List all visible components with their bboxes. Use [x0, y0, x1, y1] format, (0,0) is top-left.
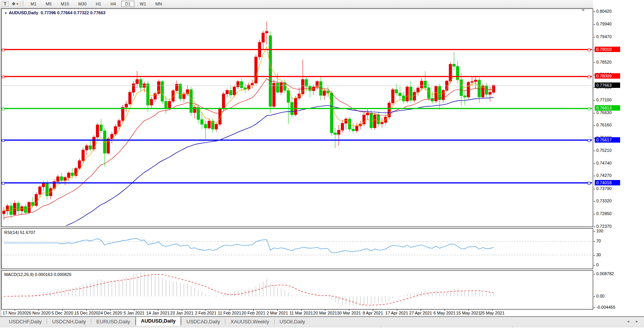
candle	[424, 81, 427, 87]
candle	[86, 146, 88, 150]
price-axis[interactable]: 0.790100.780090.768130.756170.740180.804…	[593, 0, 644, 316]
macd-tick-label: 0.00	[596, 294, 604, 298]
rsi-pane[interactable]: RSI(14) 51.6707	[1, 228, 593, 269]
chart-shift-marker-icon[interactable]	[582, 9, 585, 12]
tab-scroll-right-icon[interactable]: ►	[635, 320, 639, 323]
tab-usoil-daily[interactable]: USOil,Daily	[275, 318, 310, 326]
hline-price-label: 0.76813	[595, 105, 620, 111]
line-anchor[interactable]	[2, 76, 5, 78]
candle	[172, 91, 174, 101]
strip-separator	[295, 326, 295, 328]
date-label: 20 Mar 2021	[313, 311, 337, 315]
timeframe-button-w1[interactable]: W1	[136, 1, 150, 7]
tab-xauusd-weekly[interactable]: XAUUSD,Weekly	[225, 318, 274, 326]
price-tick-label: 0.74740	[596, 161, 612, 165]
chart-title: ▼AUDUSD,Daily 0.77396 0.77664 0.77322 0.…	[4, 10, 106, 15]
tab-usdcnh-daily[interactable]: USDCNH,Daily	[47, 318, 91, 326]
date-label: 11 Feb 2021	[218, 311, 242, 315]
tab-audusd-daily[interactable]: AUDUSD,Daily	[136, 316, 181, 326]
ma-fast-line	[4, 47, 494, 211]
rsi-tick-mark	[594, 241, 595, 242]
candle	[67, 173, 70, 178]
tab-scroll-left-icon[interactable]: ◄	[626, 320, 630, 323]
macd-tick-label: 0.008782	[596, 271, 614, 276]
price-tick-mark	[594, 37, 595, 37]
macd-pane[interactable]: MACD(12,26,9) 0.000163 0.000826	[1, 270, 593, 309]
line-anchor[interactable]	[2, 49, 5, 51]
candle	[352, 129, 354, 131]
price-tick-mark	[594, 24, 595, 25]
candle	[374, 115, 376, 128]
price-tick-label: 0.72370	[596, 224, 612, 229]
candle	[273, 83, 275, 106]
candle	[341, 123, 344, 130]
price-tick-mark	[594, 113, 595, 113]
price-tick-mark	[594, 62, 595, 63]
candle	[474, 80, 477, 82]
line-anchor[interactable]	[588, 49, 590, 51]
chart-menu-triangle-icon[interactable]: ▼	[4, 12, 7, 15]
timeframe-button-mn[interactable]: MN	[151, 1, 166, 7]
candle	[438, 86, 441, 100]
timeframe-button-m5[interactable]: M5	[42, 1, 55, 7]
line-anchor[interactable]	[588, 139, 590, 142]
candle	[334, 133, 337, 135]
text-tool-button[interactable]: T	[2, 1, 8, 7]
line-anchor[interactable]	[2, 139, 5, 142]
ma-slow-line	[4, 98, 494, 226]
price-chart-pane[interactable]: ▼AUDUSD,Daily 0.77396 0.77664 0.77322 0.…	[1, 8, 593, 227]
horizontal-line-0.75617[interactable]	[2, 140, 592, 141]
line-anchor[interactable]	[588, 76, 590, 78]
horizontal-line-0.76813[interactable]	[2, 108, 592, 109]
timeframe-button-d1[interactable]: D1	[121, 1, 134, 7]
candle	[233, 87, 236, 95]
candle	[139, 79, 142, 87]
candle	[17, 203, 20, 211]
candle	[381, 123, 383, 124]
timeframe-button-m30[interactable]: M30	[74, 1, 90, 7]
candle	[463, 96, 466, 97]
toolbar-grip[interactable]	[22, 1, 23, 7]
rsi-tick-mark	[594, 231, 595, 232]
candle	[489, 92, 491, 94]
price-tick-label: 0.80420	[596, 9, 612, 13]
candle	[280, 82, 282, 92]
tab-eurusd-daily[interactable]: EURUSD,Daily	[91, 318, 135, 326]
ma-medium-line	[4, 79, 494, 218]
date-label: 14 Jan 2021	[146, 311, 170, 315]
horizontal-line-0.74018[interactable]	[2, 182, 592, 183]
date-label: 25 May 2021	[480, 311, 505, 315]
timeframe-button-h4[interactable]: H4	[107, 1, 120, 7]
chevron-down-icon[interactable]: ▾	[17, 2, 18, 6]
date-label: 17 Apr 2021	[385, 311, 408, 315]
date-label: 6 May 2021	[433, 311, 455, 315]
date-label: 2 Feb 2021	[195, 311, 216, 315]
candle	[150, 99, 153, 105]
candle	[244, 88, 247, 89]
line-anchor[interactable]	[2, 108, 5, 110]
candle	[240, 82, 243, 88]
line-anchor[interactable]	[588, 182, 590, 185]
price-tick-mark	[594, 163, 595, 164]
timeframe-button-h1[interactable]: H1	[92, 1, 105, 7]
tab-usdchf-daily[interactable]: USDCHF,Daily	[4, 318, 47, 326]
candle	[121, 107, 124, 121]
line-anchor[interactable]	[588, 108, 590, 110]
horizontal-line-0.79010[interactable]	[2, 49, 592, 50]
horizontal-line-0.78009[interactable]	[2, 76, 592, 77]
line-anchor[interactable]	[2, 182, 5, 185]
tab-usdcad-daily[interactable]: USDCAD,Daily	[181, 318, 225, 326]
symbol-tabs: USDCHF,DailyUSDCNH,DailyEURUSD,DailyAUDU…	[4, 317, 310, 326]
candle	[456, 66, 459, 80]
time-axis[interactable]: 17 Nov 202026 Nov 20205 Dec 202015 Dec 2…	[1, 309, 593, 316]
current-price-label: 0.77663	[595, 82, 620, 88]
candle	[262, 33, 265, 42]
timeframe-button-m15[interactable]: M15	[57, 1, 73, 7]
date-label: 23 Jan 2021	[170, 311, 194, 315]
timeframe-button-m1[interactable]: M1	[27, 1, 40, 7]
candle	[356, 126, 358, 131]
objects-tool-icon[interactable]: ❖	[12, 1, 16, 7]
candle	[399, 93, 401, 96]
macd-tick-mark	[594, 274, 595, 274]
candle	[370, 113, 372, 128]
